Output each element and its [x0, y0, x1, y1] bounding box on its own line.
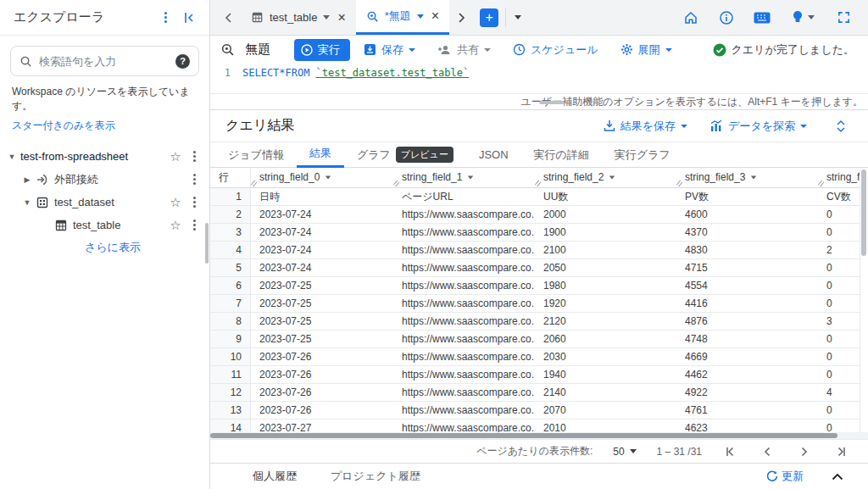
- table-cell: 2023-07-25: [251, 331, 393, 347]
- collapse-history-button[interactable]: [826, 464, 849, 488]
- chevron-down-icon[interactable]: [417, 14, 424, 19]
- search-help-icon[interactable]: ?: [175, 54, 190, 69]
- table-row[interactable]: 42023-07-24https://www.saascompare.co...…: [210, 242, 860, 259]
- run-query-button[interactable]: 実行: [294, 39, 350, 61]
- tree-item-project[interactable]: ▼ test-from-spreadsheet ☆: [0, 145, 209, 168]
- tree-item-table[interactable]: test_table ☆: [0, 214, 209, 236]
- table-row[interactable]: 112023-07-26https://www.saascompare.co..…: [210, 366, 860, 384]
- fullscreen-button[interactable]: [834, 8, 853, 27]
- column-header[interactable]: string_field_3: [676, 168, 818, 187]
- schedule-button[interactable]: スケジュール: [504, 39, 607, 61]
- table-row[interactable]: 52023-07-24https://www.saascompare.co...…: [210, 259, 860, 277]
- chevron-collapsed-icon[interactable]: ▶: [19, 175, 36, 184]
- resize-handle-icon[interactable]: [676, 180, 681, 185]
- previous-page-button[interactable]: [760, 444, 775, 459]
- resize-drag-handle[interactable]: [539, 101, 565, 104]
- row-number: 10: [210, 348, 251, 365]
- tab-results[interactable]: 結果: [297, 142, 344, 168]
- close-tab-icon[interactable]: ×: [430, 9, 441, 23]
- chevron-expanded-icon[interactable]: ▼: [19, 198, 36, 207]
- table-row[interactable]: 62023-07-25https://www.saascompare.co...…: [210, 277, 860, 295]
- resource-search-box[interactable]: ?: [10, 46, 199, 76]
- explorer-menu-button[interactable]: [153, 6, 177, 30]
- table-body: 1日時ページURLUU数PV数CV数22023-07-24https://www…: [210, 188, 860, 432]
- expand-button[interactable]: 展開: [612, 39, 681, 61]
- table-row[interactable]: 82023-07-25https://www.saascompare.co...…: [210, 313, 860, 331]
- next-page-button[interactable]: [797, 444, 812, 459]
- table-row[interactable]: 102023-07-26https://www.saascompare.co..…: [210, 348, 860, 366]
- star-filter-link[interactable]: スター付きのみを表示: [0, 114, 209, 138]
- scrollbar-thumb[interactable]: [861, 169, 866, 256]
- info-button[interactable]: [717, 8, 736, 27]
- tab-job-info[interactable]: ジョブ情報: [215, 142, 297, 168]
- table-row[interactable]: 92023-07-25https://www.saascompare.co...…: [210, 331, 860, 348]
- connection-menu-button[interactable]: [186, 168, 203, 192]
- scroll-tabs-left-button[interactable]: [217, 6, 241, 30]
- chevron-down-icon[interactable]: [323, 15, 330, 19]
- table-cell: 1920: [535, 295, 676, 312]
- table-row[interactable]: 72023-07-25https://www.saascompare.co...…: [210, 295, 860, 313]
- collapse-sidebar-button[interactable]: [177, 6, 201, 30]
- sql-table-ref[interactable]: `test_dataset.test_table`: [315, 67, 469, 79]
- explore-data-button[interactable]: データを探索: [709, 115, 807, 137]
- share-button[interactable]: 共有: [429, 39, 499, 61]
- table-row[interactable]: 122023-07-26https://www.saascompare.co..…: [210, 384, 860, 402]
- sort-menu-icon[interactable]: [326, 176, 331, 180]
- tab-execution-graph[interactable]: 実行グラフ: [602, 142, 683, 168]
- sql-code[interactable]: SELECT*FROM`test_dataset.test_table`: [242, 67, 469, 93]
- sql-editor[interactable]: 1 SELECT*FROM`test_dataset.test_table`: [210, 64, 868, 93]
- search-input[interactable]: [39, 55, 169, 68]
- project-history-tab[interactable]: プロジェクト履歴: [331, 469, 420, 484]
- first-page-button[interactable]: [722, 444, 737, 459]
- table-row[interactable]: 132023-07-26https://www.saascompare.co..…: [210, 402, 860, 420]
- save-button[interactable]: 保存: [355, 39, 424, 61]
- personal-history-tab[interactable]: 個人履歴: [253, 469, 297, 484]
- tab-json[interactable]: JSON: [466, 142, 521, 168]
- scroll-tabs-right-button[interactable]: [449, 6, 473, 30]
- chevron-expanded-icon[interactable]: ▼: [3, 153, 20, 161]
- resize-handle-icon[interactable]: [535, 180, 539, 185]
- star-icon[interactable]: ☆: [165, 218, 186, 233]
- tab-chart[interactable]: グラフ プレビュー: [344, 142, 466, 168]
- star-icon[interactable]: ☆: [165, 195, 186, 210]
- table-vertical-scrollbar[interactable]: [860, 168, 868, 432]
- dataset-menu-button[interactable]: [186, 191, 203, 214]
- tab-untitled-query[interactable]: *無題 ×: [356, 0, 449, 35]
- column-header[interactable]: string_fi: [818, 168, 860, 187]
- expand-results-button[interactable]: [829, 114, 853, 138]
- sort-menu-icon[interactable]: [609, 176, 615, 180]
- table-row[interactable]: 142023-07-27https://www.saascompare.co..…: [210, 420, 860, 432]
- column-header[interactable]: string_field_1: [393, 168, 535, 187]
- table-row[interactable]: 32023-07-24https://www.saascompare.co...…: [210, 224, 860, 242]
- tab-test-table[interactable]: test_table ×: [241, 0, 356, 35]
- show-more-link[interactable]: さらに表示: [0, 236, 209, 258]
- project-menu-button[interactable]: [186, 145, 203, 169]
- table-menu-button[interactable]: [186, 214, 203, 237]
- tree-item-external-connections[interactable]: ▶ 外部接続: [0, 168, 209, 191]
- home-button[interactable]: [682, 8, 700, 27]
- tab-options-button[interactable]: [506, 6, 530, 30]
- column-header[interactable]: string_field_0: [251, 168, 393, 187]
- keyboard-shortcuts-button[interactable]: [753, 8, 771, 27]
- table-row[interactable]: 22023-07-24https://www.saascompare.co...…: [210, 206, 860, 224]
- assist-lightbulb-button[interactable]: [788, 8, 817, 27]
- resize-handle-icon[interactable]: [251, 180, 255, 185]
- sort-menu-icon[interactable]: [751, 176, 756, 180]
- sort-menu-icon[interactable]: [468, 176, 473, 180]
- scrollbar-thumb[interactable]: [210, 433, 837, 438]
- close-tab-icon[interactable]: ×: [336, 11, 347, 25]
- table-horizontal-scrollbar[interactable]: [210, 432, 868, 439]
- table-row[interactable]: 1日時ページURLUU数PV数CV数: [210, 188, 860, 206]
- last-page-button[interactable]: [834, 444, 849, 459]
- star-icon[interactable]: ☆: [165, 149, 186, 164]
- per-page-select[interactable]: 50: [613, 446, 636, 458]
- resize-handle-icon[interactable]: [818, 180, 822, 185]
- sidebar-scrollbar[interactable]: [205, 223, 209, 264]
- tree-item-dataset[interactable]: ▼ test_dataset ☆: [0, 191, 209, 214]
- refresh-button[interactable]: 更新: [766, 469, 804, 484]
- column-header[interactable]: string_field_2: [535, 168, 676, 187]
- save-results-button[interactable]: 結果を保存: [604, 115, 687, 137]
- tab-execution-details[interactable]: 実行の詳細: [521, 142, 602, 168]
- new-tab-button[interactable]: +: [480, 8, 498, 27]
- resize-handle-icon[interactable]: [393, 180, 398, 185]
